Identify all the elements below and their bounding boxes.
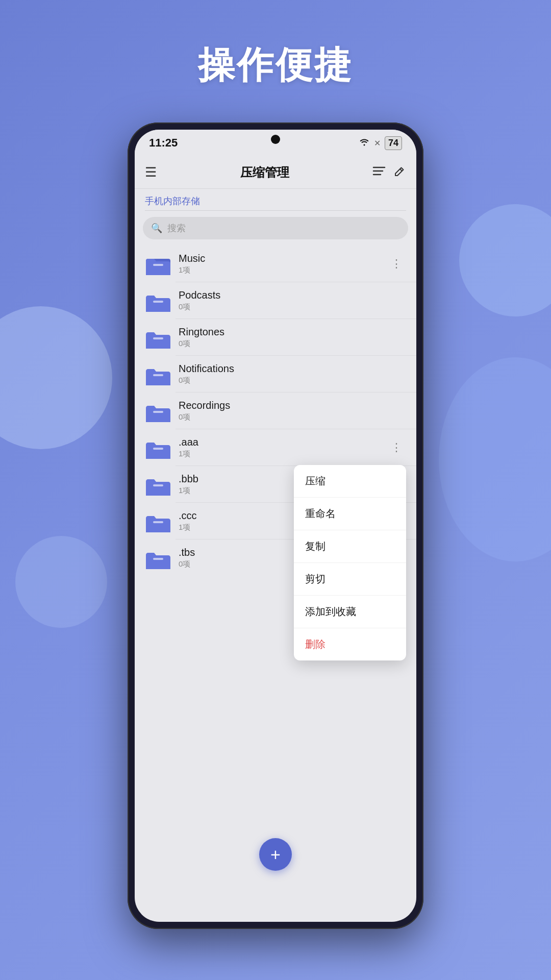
folder-icon-music	[145, 253, 171, 275]
header-actions	[372, 165, 406, 180]
context-menu: 压缩 重命名 复制 剪切 添加到收藏 删除	[294, 465, 406, 660]
more-button-aaa[interactable]: ⋮	[387, 439, 406, 456]
file-name: Ringtones	[179, 326, 406, 338]
status-time: 11:25	[149, 136, 178, 150]
search-bar[interactable]: 🔍 搜索	[143, 217, 408, 239]
file-count: 1项	[179, 265, 387, 275]
page-title: 操作便捷	[0, 41, 551, 90]
menu-button[interactable]: ☰	[145, 164, 157, 180]
menu-item-delete[interactable]: 删除	[294, 628, 406, 660]
folder-icon-tbs	[145, 547, 171, 569]
svg-rect-12	[153, 558, 163, 560]
list-item[interactable]: .aaa 1项 ⋮	[135, 429, 416, 466]
bg-decoration-circle-bottom-left	[15, 536, 107, 628]
file-info-notifications: Notifications 0项	[179, 363, 406, 385]
file-name: .aaa	[179, 436, 387, 448]
menu-item-rename[interactable]: 重命名	[294, 498, 406, 530]
more-button-music[interactable]: ⋮	[387, 255, 406, 273]
folder-icon-aaa	[145, 436, 171, 459]
app-title: 压缩管理	[240, 164, 289, 181]
folder-icon-notifications	[145, 363, 171, 385]
file-count: 1项	[179, 449, 387, 459]
signal-x-icon: ✕	[374, 138, 381, 148]
file-name: Music	[179, 253, 387, 264]
file-info-aaa: .aaa 1项	[179, 436, 387, 459]
file-name: Recordings	[179, 400, 406, 411]
search-container: 🔍 搜索	[135, 211, 416, 246]
file-count: 0项	[179, 302, 406, 312]
folder-icon-ringtones	[145, 326, 171, 349]
battery-icon: 74	[385, 136, 402, 150]
list-item[interactable]: Podcasts 0项	[135, 282, 416, 319]
camera-notch	[271, 135, 280, 144]
file-count: 0项	[179, 376, 406, 385]
search-placeholder: 搜索	[167, 222, 186, 234]
file-info-recordings: Recordings 0项	[179, 400, 406, 422]
file-count: 0项	[179, 339, 406, 349]
file-info-music: Music 1项	[179, 253, 387, 275]
file-count: 0项	[179, 412, 406, 422]
svg-rect-4	[153, 264, 163, 266]
list-item[interactable]: Music 1项 ⋮	[135, 246, 416, 282]
storage-label: 手机内部存储	[135, 189, 416, 210]
status-bar: 11:25 ✕ 74	[135, 130, 416, 156]
menu-item-copy[interactable]: 复制	[294, 530, 406, 563]
sort-button[interactable]	[372, 165, 386, 180]
file-name: Notifications	[179, 363, 406, 375]
file-list-container: Music 1项 ⋮	[135, 246, 416, 922]
bg-decoration-circle-right	[459, 204, 551, 316]
phone-screen: 11:25 ✕ 74 ☰ 压缩管理	[135, 130, 416, 922]
status-icons: ✕ 74	[359, 136, 402, 150]
folder-icon-recordings	[145, 400, 171, 422]
phone-frame: 11:25 ✕ 74 ☰ 压缩管理	[128, 122, 423, 929]
svg-rect-10	[153, 484, 163, 486]
file-info-podcasts: Podcasts 0项	[179, 289, 406, 312]
menu-item-favorite[interactable]: 添加到收藏	[294, 596, 406, 628]
folder-icon-bbb	[145, 473, 171, 496]
svg-rect-11	[153, 521, 163, 523]
menu-item-cut[interactable]: 剪切	[294, 563, 406, 596]
list-item[interactable]: Recordings 0项	[135, 393, 416, 429]
edit-button[interactable]	[394, 165, 406, 180]
svg-rect-6	[153, 337, 163, 339]
wifi-icon	[359, 138, 370, 149]
svg-rect-5	[153, 301, 163, 303]
folder-icon-ccc	[145, 510, 171, 532]
svg-rect-7	[153, 374, 163, 376]
svg-rect-8	[153, 411, 163, 413]
bg-decoration-arc-right	[439, 357, 551, 561]
app-header: ☰ 压缩管理	[135, 156, 416, 189]
fab-button[interactable]: +	[259, 838, 292, 871]
folder-icon-podcasts	[145, 289, 171, 312]
file-info-ringtones: Ringtones 0项	[179, 326, 406, 349]
bg-decoration-circle-left	[0, 306, 112, 449]
svg-rect-9	[153, 448, 163, 450]
list-item[interactable]: Ringtones 0项	[135, 319, 416, 356]
file-name: Podcasts	[179, 289, 406, 301]
search-icon: 🔍	[151, 223, 162, 234]
list-item[interactable]: Notifications 0项	[135, 356, 416, 393]
menu-item-compress[interactable]: 压缩	[294, 465, 406, 498]
